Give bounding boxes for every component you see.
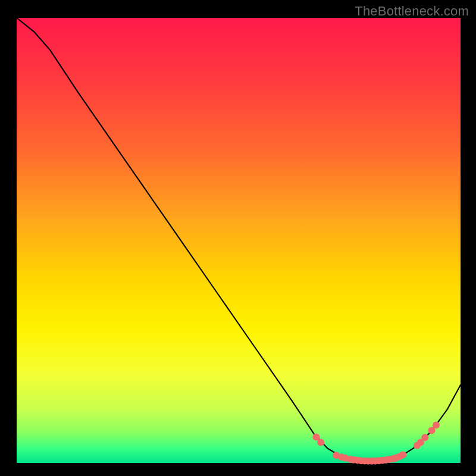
watermark-label: TheBottleneck.com [355,4,469,19]
bottleneck-chart [0,0,476,476]
data-marker [399,452,406,459]
chart-container: TheBottleneck.com [0,0,476,476]
data-marker [421,434,428,441]
data-marker [433,421,440,428]
chart-plot-area [17,18,461,463]
data-marker [317,439,324,446]
